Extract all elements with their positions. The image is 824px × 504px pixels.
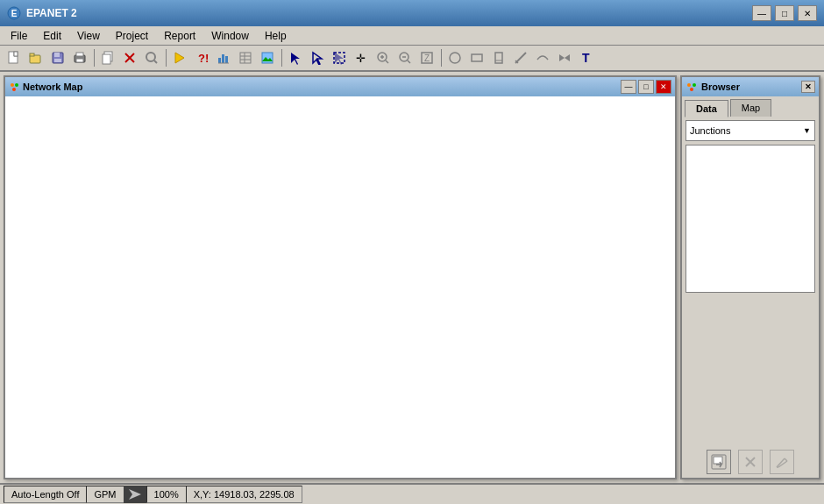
pump-tool[interactable]	[532, 47, 553, 68]
svg-rect-8	[54, 59, 61, 62]
menu-item-view[interactable]: View	[70, 28, 107, 44]
svg-text:Z: Z	[424, 53, 430, 63]
svg-marker-30	[291, 53, 300, 65]
svg-rect-24	[240, 53, 251, 63]
menu-item-report[interactable]: Report	[157, 28, 202, 44]
network-map-close[interactable]: ✕	[656, 80, 671, 94]
label-tool[interactable]: T	[576, 47, 597, 68]
toolbar-sep-2	[163, 47, 168, 68]
zoom-status: 100%	[146, 486, 186, 503]
zoom-extent-tool[interactable]: Z	[416, 47, 437, 68]
select-region-tool[interactable]	[329, 47, 350, 68]
svg-rect-20	[218, 58, 221, 63]
tab-data[interactable]: Data	[685, 100, 728, 117]
zoom-in-tool[interactable]	[373, 47, 394, 68]
menu-item-project[interactable]: Project	[109, 28, 155, 44]
svg-line-38	[386, 60, 388, 63]
svg-text:E: E	[11, 9, 18, 18]
new-button[interactable]	[4, 47, 25, 68]
flow-icon	[124, 486, 146, 503]
network-map-titlebar: Network Map — □ ✕	[5, 77, 675, 96]
menu-bar: FileEditViewProjectReportWindowHelp	[0, 26, 824, 46]
delete-button[interactable]	[119, 47, 140, 68]
toolbar-sep-4	[438, 47, 444, 68]
zoom-out-tool[interactable]	[394, 47, 416, 68]
svg-marker-31	[313, 53, 322, 65]
find-button[interactable]	[141, 47, 162, 68]
unit-status: GPM	[86, 486, 123, 503]
run-button[interactable]	[169, 47, 190, 68]
network-map-canvas	[5, 96, 675, 478]
title-bar: E EPANET 2 — □ ✕	[0, 0, 824, 26]
svg-point-56	[687, 83, 691, 87]
question-button[interactable]: ?!	[191, 47, 212, 68]
menu-item-edit[interactable]: Edit	[36, 28, 68, 44]
browser-panel: Browser ✕ Data Map Junctions ▼	[680, 75, 820, 479]
menu-item-file[interactable]: File	[4, 28, 34, 44]
delete-item-button[interactable]	[738, 450, 763, 474]
svg-point-55	[12, 88, 16, 91]
network-map-minimize[interactable]: —	[621, 80, 636, 94]
menu-item-window[interactable]: Window	[204, 28, 256, 44]
svg-marker-18	[175, 53, 184, 63]
picture-button[interactable]	[257, 47, 278, 68]
menu-item-help[interactable]: Help	[258, 28, 294, 44]
pan-tool[interactable]: ✛	[351, 47, 372, 68]
svg-point-53	[11, 83, 14, 87]
svg-rect-22	[225, 56, 228, 63]
svg-rect-45	[472, 54, 482, 61]
toolbar-sep-1	[91, 47, 96, 68]
network-map-titlebar-left: Network Map	[9, 82, 82, 92]
title-bar-controls: — □ ✕	[752, 5, 817, 21]
browser-icon	[685, 81, 698, 93]
copy-button[interactable]	[97, 47, 118, 68]
svg-point-58	[690, 88, 693, 91]
network-map-maximize[interactable]: □	[638, 80, 654, 94]
junctions-dropdown[interactable]: Junctions ▼	[685, 120, 815, 141]
browser-actions	[682, 446, 819, 478]
pipe-tool[interactable]	[510, 47, 531, 68]
svg-point-57	[693, 83, 696, 87]
svg-point-54	[15, 83, 18, 87]
minimize-button[interactable]: —	[752, 5, 771, 21]
valve-tool[interactable]	[554, 47, 575, 68]
tank-tool[interactable]	[488, 47, 509, 68]
junction-tool[interactable]	[444, 47, 465, 68]
print-button[interactable]	[69, 47, 90, 68]
edit-item-button[interactable]	[770, 450, 794, 474]
tab-map[interactable]: Map	[730, 99, 771, 117]
svg-rect-10	[76, 53, 83, 56]
reservoir-tool[interactable]	[466, 47, 487, 68]
main-area: Network Map — □ ✕ Browser ✕ Data	[0, 72, 824, 483]
svg-rect-21	[222, 54, 224, 63]
toolbar-sep-3	[279, 47, 284, 68]
svg-text:T: T	[582, 51, 590, 65]
app-title: EPANET 2	[26, 7, 77, 19]
chart-button[interactable]	[213, 47, 234, 68]
network-map-controls: — □ ✕	[621, 80, 671, 94]
title-bar-left: E EPANET 2	[7, 6, 77, 20]
app-icon: E	[7, 6, 21, 20]
maximize-button[interactable]: □	[775, 5, 794, 21]
add-item-button[interactable]	[707, 450, 731, 474]
table-button[interactable]	[235, 47, 256, 68]
svg-point-44	[450, 53, 460, 63]
browser-close-button[interactable]: ✕	[801, 81, 815, 93]
toolbar: ?! ✛ Z	[0, 46, 824, 72]
junctions-list	[685, 145, 815, 293]
close-button[interactable]: ✕	[798, 5, 817, 21]
svg-rect-7	[54, 53, 60, 57]
select-tool[interactable]	[285, 47, 306, 68]
autolength-status: Auto-Length Off	[4, 486, 86, 503]
browser-title: Browser	[701, 82, 740, 92]
svg-marker-51	[565, 54, 570, 61]
svg-point-16	[146, 53, 155, 61]
select-vertex-tool[interactable]	[307, 47, 328, 68]
svg-text:?!: ?!	[198, 52, 209, 65]
browser-content: Junctions ▼	[682, 117, 819, 446]
save-button[interactable]	[47, 47, 68, 68]
browser-titlebar: Browser ✕	[682, 77, 819, 96]
svg-marker-68	[129, 489, 141, 500]
svg-line-17	[154, 60, 157, 63]
open-button[interactable]	[25, 47, 46, 68]
